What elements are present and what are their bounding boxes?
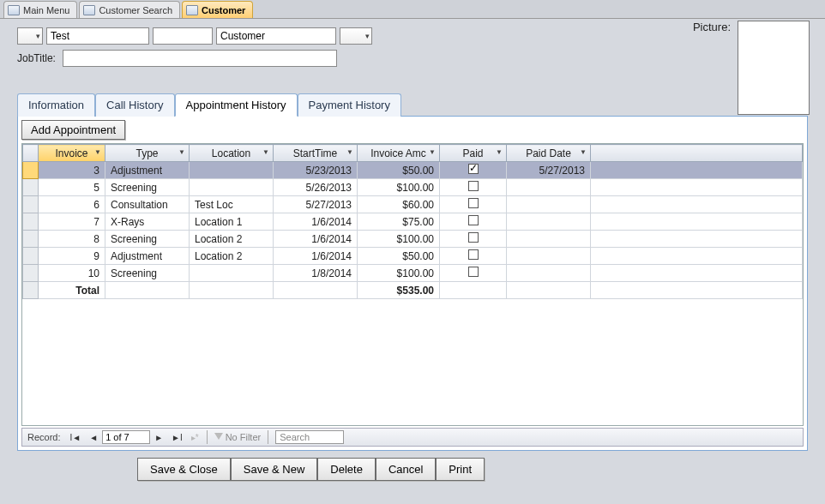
cell-invoice[interactable]: 3 — [39, 162, 105, 179]
cell-type[interactable]: X-Rays — [105, 213, 190, 231]
cell-starttime[interactable]: 1/6/2014 — [274, 231, 358, 248]
nav-last-button[interactable]: ►I — [167, 432, 187, 443]
cell-location[interactable]: Location 1 — [190, 213, 274, 231]
cell-type[interactable]: Adjustment — [105, 248, 190, 265]
cell-paid-date[interactable] — [507, 179, 591, 196]
table-row[interactable]: 6ConsultationTest Loc5/27/2013$60.00 — [23, 196, 803, 213]
checkbox-icon[interactable] — [468, 232, 479, 243]
cell-starttime[interactable]: 1/8/2014 — [274, 265, 358, 282]
table-row[interactable]: 7X-RaysLocation 11/6/2014$75.00 — [23, 213, 803, 231]
cell-invoice[interactable]: 10 — [39, 265, 105, 282]
save-close-button[interactable]: Save & Close — [137, 458, 231, 481]
checkbox-icon[interactable] — [468, 267, 479, 277]
cell-paid-date[interactable]: 5/27/2013 — [507, 162, 591, 179]
nav-new-button[interactable]: ▸* — [187, 432, 203, 443]
checkbox-icon[interactable] — [468, 198, 479, 208]
middle-name-input[interactable] — [153, 27, 213, 45]
checkbox-icon[interactable] — [468, 249, 479, 260]
add-appointment-button[interactable]: Add Appointment — [21, 120, 125, 140]
save-new-button[interactable]: Save & New — [231, 458, 318, 481]
tab-payment-history[interactable]: Payment History — [298, 93, 401, 117]
first-name-input[interactable] — [46, 27, 149, 45]
cell-location[interactable] — [190, 265, 274, 282]
cell-paid-date[interactable] — [507, 196, 591, 213]
cell-amount[interactable]: $100.00 — [358, 179, 440, 196]
cell-paid[interactable] — [440, 162, 507, 179]
table-row[interactable]: 10Screening1/8/2014$100.00 — [23, 265, 803, 282]
table-row[interactable]: 8ScreeningLocation 21/6/2014$100.00 — [23, 231, 803, 248]
tab-call-history[interactable]: Call History — [95, 93, 174, 117]
cell-invoice[interactable]: 5 — [39, 179, 105, 196]
checkbox-icon[interactable] — [468, 164, 479, 174]
cell-paid-date[interactable] — [507, 213, 591, 231]
cell-type[interactable]: Screening — [105, 265, 190, 282]
col-paid-date[interactable]: Paid Date▼ — [507, 145, 591, 162]
delete-button[interactable]: Delete — [317, 458, 376, 481]
nav-next-button[interactable]: ► — [150, 432, 167, 443]
row-selector[interactable] — [23, 248, 39, 265]
cell-invoice[interactable]: 7 — [39, 213, 105, 231]
row-selector[interactable] — [23, 231, 39, 248]
cell-invoice[interactable]: 6 — [39, 196, 105, 213]
row-selector[interactable] — [23, 179, 39, 196]
row-selector[interactable] — [23, 196, 39, 213]
tab-main-menu[interactable]: Main Menu — [3, 1, 77, 18]
cell-paid[interactable] — [440, 179, 507, 196]
tab-customer-search[interactable]: Customer Search — [79, 1, 180, 18]
grid-search-input[interactable]: Search — [275, 430, 344, 444]
cancel-button[interactable]: Cancel — [376, 458, 436, 481]
tab-information[interactable]: Information — [17, 93, 95, 117]
suffix-combo[interactable] — [340, 27, 372, 45]
row-selector[interactable] — [23, 162, 39, 179]
col-invoice[interactable]: Invoice▼ — [39, 145, 105, 162]
row-selector[interactable] — [23, 213, 39, 231]
nav-prev-button[interactable]: ◄ — [85, 432, 102, 443]
cell-paid-date[interactable] — [507, 265, 591, 282]
cell-location[interactable] — [190, 162, 274, 179]
row-selector-header[interactable] — [23, 145, 39, 162]
cell-type[interactable]: Screening — [105, 231, 190, 248]
cell-starttime[interactable]: 1/6/2014 — [274, 248, 358, 265]
cell-paid-date[interactable] — [507, 248, 591, 265]
row-selector[interactable] — [23, 265, 39, 282]
cell-starttime[interactable]: 5/26/2013 — [274, 179, 358, 196]
jobtitle-input[interactable] — [63, 50, 337, 67]
table-row[interactable]: 9AdjustmentLocation 21/6/2014$50.00 — [23, 248, 803, 265]
cell-starttime[interactable]: 5/27/2013 — [274, 196, 358, 213]
col-location[interactable]: Location▼ — [190, 145, 274, 162]
col-type[interactable]: Type▼ — [105, 145, 190, 162]
nav-first-button[interactable]: I◄ — [66, 432, 86, 443]
col-paid[interactable]: Paid▼ — [440, 145, 507, 162]
tab-appointment-history[interactable]: Appointment History — [175, 93, 298, 117]
appointment-grid[interactable]: Invoice▼ Type▼ Location▼ StartTime▼ Invo… — [21, 143, 804, 426]
cell-type[interactable]: Consultation — [105, 196, 190, 213]
cell-location[interactable]: Test Loc — [190, 196, 274, 213]
print-button[interactable]: Print — [436, 458, 485, 481]
record-position-input[interactable] — [102, 430, 150, 444]
last-name-input[interactable] — [216, 27, 336, 45]
cell-paid[interactable] — [440, 231, 507, 248]
table-row[interactable]: 3Adjustment5/23/2013$50.005/27/2013 — [23, 162, 803, 179]
cell-amount[interactable]: $50.00 — [358, 248, 440, 265]
cell-amount[interactable]: $50.00 — [358, 162, 440, 179]
col-invoice-amt[interactable]: Invoice Amc▼ — [358, 145, 440, 162]
cell-amount[interactable]: $100.00 — [358, 265, 440, 282]
cell-invoice[interactable]: 8 — [39, 231, 105, 248]
table-row[interactable]: 5Screening5/26/2013$100.00 — [23, 179, 803, 196]
checkbox-icon[interactable] — [468, 215, 479, 225]
cell-location[interactable]: Location 2 — [190, 248, 274, 265]
cell-location[interactable]: Location 2 — [190, 231, 274, 248]
checkbox-icon[interactable] — [468, 181, 479, 191]
col-starttime[interactable]: StartTime▼ — [274, 145, 358, 162]
cell-invoice[interactable]: 9 — [39, 248, 105, 265]
cell-paid-date[interactable] — [507, 231, 591, 248]
cell-paid[interactable] — [440, 248, 507, 265]
cell-starttime[interactable]: 5/23/2013 — [274, 162, 358, 179]
cell-paid[interactable] — [440, 265, 507, 282]
cell-type[interactable]: Screening — [105, 179, 190, 196]
picture-box[interactable] — [738, 21, 810, 115]
cell-amount[interactable]: $60.00 — [358, 196, 440, 213]
cell-paid[interactable] — [440, 196, 507, 213]
cell-paid[interactable] — [440, 213, 507, 231]
cell-amount[interactable]: $75.00 — [358, 213, 440, 231]
